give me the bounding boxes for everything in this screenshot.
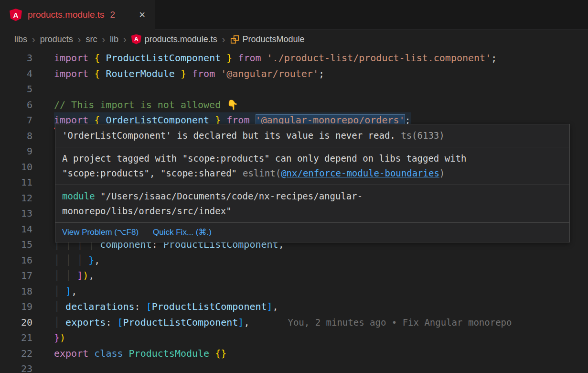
hover-ts-message: 'OrderListComponent' is declared but its…: [62, 130, 396, 141]
line-number: 17: [0, 268, 32, 284]
line-number: 11: [0, 175, 32, 190]
quick-fix-action[interactable]: Quick Fix... (⌘.): [153, 227, 212, 238]
code-text: │ exports: [ProductListComponent],You, 2…: [54, 315, 512, 330]
module-keyword: module: [62, 191, 95, 201]
line-number: 3: [0, 50, 32, 66]
code-line-6[interactable]: 6// This import is not allowed 👇: [0, 97, 588, 113]
code-text: │ │ ]),: [54, 268, 94, 284]
line-number: 12: [0, 190, 32, 206]
line-number: 4: [0, 66, 32, 82]
breadcrumb-label: products.module.ts: [145, 34, 217, 44]
breadcrumb-separator: ›: [102, 34, 105, 45]
breadcrumb-label: ProductsModule: [243, 34, 305, 44]
line-number: 19: [0, 299, 32, 315]
code-text: export class ProductsModule {}: [54, 346, 226, 362]
breadcrumb: libs›products›src›lib›Aproducts.module.t…: [0, 30, 588, 49]
hover-eslint-line2: "scope:products", "scope:shared"eslint(@…: [62, 166, 563, 181]
line-number: 14: [0, 221, 32, 237]
code-text: │ ],: [54, 284, 77, 299]
line-number: 21: [0, 330, 32, 346]
line-number: 8: [0, 128, 32, 144]
hover-actions: View Problem (⌥F8) Quick Fix... (⌘.): [55, 223, 569, 242]
breadcrumb-item-libs[interactable]: libs: [14, 34, 27, 44]
breadcrumb-item-products-module-ts[interactable]: Aproducts.module.ts: [131, 34, 217, 44]
tab-products-module[interactable]: A products.module.ts 2 ×: [0, 0, 155, 30]
code-text: │ │ │ },: [54, 252, 100, 268]
breadcrumb-separator: ›: [78, 34, 81, 45]
code-line-17[interactable]: 17│ │ ]),: [0, 268, 588, 284]
line-number: 23: [0, 361, 32, 373]
line-number: 22: [0, 346, 32, 362]
breadcrumb-separator: ›: [32, 34, 35, 45]
line-number: 9: [0, 143, 32, 159]
line-number: 7: [0, 112, 32, 128]
breadcrumb-label: lib: [110, 34, 118, 44]
code-line-5[interactable]: 5: [0, 81, 588, 97]
line-number: 6: [0, 97, 32, 113]
code-line-18[interactable]: 18│ ],: [0, 284, 588, 299]
code-line-19[interactable]: 19│ declarations: [ProductListComponent]…: [0, 299, 588, 315]
code-line-23[interactable]: 23: [0, 361, 588, 373]
module-path-line1: "/Users/isaac/Documents/code/nx-recipes/…: [100, 191, 363, 201]
line-number: 13: [0, 206, 32, 221]
breadcrumb-item-src[interactable]: src: [86, 34, 97, 44]
close-icon[interactable]: ×: [139, 10, 145, 20]
line-number: 15: [0, 237, 32, 252]
line-number: 10: [0, 159, 32, 175]
code-line-3[interactable]: 3import { ProductListComponent } from '.…: [0, 50, 588, 66]
line-number: 5: [0, 81, 32, 97]
code-text: import { RouterModule } from '@angular/r…: [54, 66, 324, 82]
code-line-21[interactable]: 21}): [0, 330, 588, 346]
breadcrumb-item-lib[interactable]: lib: [110, 34, 118, 44]
breadcrumb-item-productsmodule[interactable]: ProductsModule: [230, 34, 305, 44]
eslint-source-label: eslint(: [243, 168, 281, 178]
view-problem-action[interactable]: View Problem (⌥F8): [62, 227, 139, 238]
breadcrumb-separator: ›: [222, 34, 225, 45]
breadcrumb-separator: ›: [123, 34, 127, 45]
code-text: import { ProductListComponent } from './…: [54, 50, 497, 66]
tab-problem-count: 2: [110, 10, 116, 20]
breadcrumb-label: libs: [14, 34, 27, 44]
tab-title: products.module.ts: [28, 10, 105, 20]
code-text: // This import is not allowed 👇: [54, 97, 238, 113]
code-text: │ declarations: [ProductListComponent],: [54, 299, 278, 315]
hover-module-info: module "/Users/isaac/Documents/code/nx-r…: [55, 185, 569, 223]
line-number: 16: [0, 252, 32, 268]
code-line-22[interactable]: 22export class ProductsModule {}: [0, 346, 588, 362]
hover-tooltip: 'OrderListComponent' is declared but its…: [55, 124, 570, 242]
line-number: 20: [0, 315, 32, 330]
git-blame-annotation: You, 2 minutes ago • Fix Angular monorep…: [288, 317, 512, 328]
hover-ts-diagnostic: 'OrderListComponent' is declared but its…: [55, 124, 569, 147]
code-text: }): [54, 330, 65, 346]
class-symbol-icon: [230, 35, 239, 44]
eslint-rule-link[interactable]: @nx/enforce-module-boundaries: [281, 168, 439, 178]
code-line-4[interactable]: 4import { RouterModule } from '@angular/…: [0, 66, 588, 82]
module-path-line2: monorepo/libs/orders/src/index": [62, 206, 232, 216]
code-line-16[interactable]: 16│ │ │ },: [0, 252, 588, 268]
breadcrumb-label: products: [40, 34, 73, 44]
tab-bar: A products.module.ts 2 ×: [0, 0, 588, 30]
line-number: 18: [0, 284, 32, 299]
breadcrumb-item-products[interactable]: products: [40, 34, 73, 44]
angular-icon: A: [131, 34, 141, 44]
angular-icon: A: [10, 9, 22, 21]
hover-eslint-line1: A project tagged with "scope:products" c…: [62, 151, 563, 166]
breadcrumb-label: src: [86, 34, 97, 44]
hover-eslint-diagnostic: A project tagged with "scope:products" c…: [55, 147, 569, 185]
code-line-20[interactable]: 20│ exports: [ProductListComponent],You,…: [0, 315, 588, 330]
